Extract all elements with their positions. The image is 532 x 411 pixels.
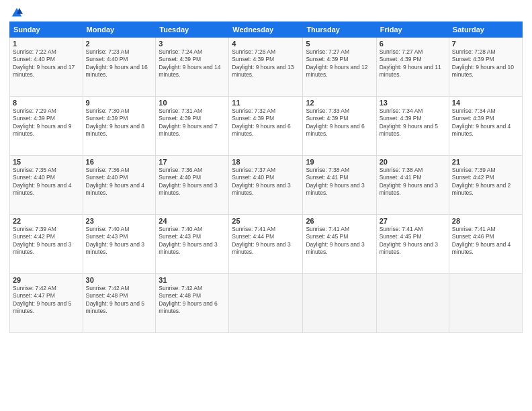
day-info: Sunrise: 7:27 AMSunset: 4:39 PMDaylight:… — [380, 48, 446, 79]
day-number: 7 — [452, 40, 519, 48]
calendar-cell: 10Sunrise: 7:31 AMSunset: 4:39 PMDayligh… — [156, 97, 229, 156]
day-info: Sunrise: 7:36 AMSunset: 4:40 PMDaylight:… — [86, 167, 153, 197]
day-info: Sunrise: 7:38 AMSunset: 4:41 PMDaylight:… — [380, 167, 446, 197]
calendar-cell: 1Sunrise: 7:22 AMSunset: 4:40 PMDaylight… — [10, 38, 83, 97]
day-number: 11 — [232, 99, 300, 107]
day-header-monday: Monday — [83, 22, 156, 38]
day-number: 14 — [452, 99, 519, 107]
day-info: Sunrise: 7:41 AMSunset: 4:45 PMDaylight:… — [380, 226, 446, 257]
day-number: 13 — [380, 99, 446, 107]
day-number: 21 — [452, 158, 519, 166]
day-info: Sunrise: 7:28 AMSunset: 4:39 PMDaylight:… — [452, 48, 519, 79]
calendar-cell: 5Sunrise: 7:27 AMSunset: 4:39 PMDaylight… — [303, 38, 376, 97]
calendar-cell: 7Sunrise: 7:28 AMSunset: 4:39 PMDaylight… — [449, 38, 522, 97]
day-number: 2 — [86, 40, 153, 48]
calendar-cell: 24Sunrise: 7:40 AMSunset: 4:43 PMDayligh… — [156, 215, 229, 274]
day-info: Sunrise: 7:42 AMSunset: 4:48 PMDaylight:… — [86, 285, 153, 316]
day-header-sunday: Sunday — [10, 22, 83, 38]
day-info: Sunrise: 7:35 AMSunset: 4:40 PMDaylight:… — [13, 167, 80, 197]
day-info: Sunrise: 7:31 AMSunset: 4:39 PMDaylight:… — [159, 107, 226, 138]
calendar-cell: 6Sunrise: 7:27 AMSunset: 4:39 PMDaylight… — [376, 38, 449, 97]
calendar-cell: 28Sunrise: 7:41 AMSunset: 4:46 PMDayligh… — [449, 215, 522, 274]
calendar-week-4: 22Sunrise: 7:39 AMSunset: 4:42 PMDayligh… — [10, 215, 523, 274]
calendar-week-5: 29Sunrise: 7:42 AMSunset: 4:47 PMDayligh… — [10, 274, 523, 333]
day-number: 24 — [159, 217, 226, 225]
day-info: Sunrise: 7:41 AMSunset: 4:45 PMDaylight:… — [306, 226, 373, 257]
day-info: Sunrise: 7:32 AMSunset: 4:39 PMDaylight:… — [232, 107, 300, 138]
day-number: 6 — [380, 40, 446, 48]
calendar-cell: 17Sunrise: 7:36 AMSunset: 4:40 PMDayligh… — [156, 156, 229, 215]
calendar-cell: 20Sunrise: 7:38 AMSunset: 4:41 PMDayligh… — [376, 156, 449, 215]
day-info: Sunrise: 7:36 AMSunset: 4:40 PMDaylight:… — [159, 167, 226, 197]
day-header-friday: Friday — [376, 22, 449, 38]
calendar-header-row: SundayMondayTuesdayWednesdayThursdayFrid… — [10, 22, 523, 38]
day-number: 5 — [306, 40, 373, 48]
day-number: 10 — [159, 99, 226, 107]
day-number: 30 — [86, 276, 153, 284]
day-info: Sunrise: 7:41 AMSunset: 4:44 PMDaylight:… — [232, 226, 300, 257]
day-number: 28 — [452, 217, 519, 225]
day-header-saturday: Saturday — [449, 22, 522, 38]
day-number: 25 — [232, 217, 300, 225]
day-number: 19 — [306, 158, 373, 166]
calendar-week-1: 1Sunrise: 7:22 AMSunset: 4:40 PMDaylight… — [10, 38, 523, 97]
day-info: Sunrise: 7:37 AMSunset: 4:40 PMDaylight:… — [232, 167, 300, 197]
calendar-cell: 13Sunrise: 7:34 AMSunset: 4:39 PMDayligh… — [376, 97, 449, 156]
calendar-cell: 31Sunrise: 7:42 AMSunset: 4:48 PMDayligh… — [156, 274, 229, 333]
calendar-cell: 21Sunrise: 7:39 AMSunset: 4:42 PMDayligh… — [449, 156, 522, 215]
calendar-cell: 30Sunrise: 7:42 AMSunset: 4:48 PMDayligh… — [83, 274, 156, 333]
day-info: Sunrise: 7:38 AMSunset: 4:41 PMDaylight:… — [306, 167, 373, 197]
day-info: Sunrise: 7:30 AMSunset: 4:39 PMDaylight:… — [86, 107, 153, 138]
logo — [9, 7, 23, 16]
day-info: Sunrise: 7:26 AMSunset: 4:39 PMDaylight:… — [232, 48, 300, 79]
day-info: Sunrise: 7:41 AMSunset: 4:46 PMDaylight:… — [452, 226, 519, 257]
calendar-cell — [376, 274, 449, 333]
calendar-cell: 12Sunrise: 7:33 AMSunset: 4:39 PMDayligh… — [303, 97, 376, 156]
page-container: SundayMondayTuesdayWednesdayThursdayFrid… — [0, 0, 532, 411]
day-info: Sunrise: 7:34 AMSunset: 4:39 PMDaylight:… — [452, 107, 519, 138]
day-info: Sunrise: 7:40 AMSunset: 4:43 PMDaylight:… — [159, 226, 226, 257]
calendar-cell: 18Sunrise: 7:37 AMSunset: 4:40 PMDayligh… — [229, 156, 303, 215]
day-info: Sunrise: 7:29 AMSunset: 4:39 PMDaylight:… — [13, 107, 80, 138]
header — [9, 7, 523, 16]
day-number: 27 — [380, 217, 446, 225]
day-number: 17 — [159, 158, 226, 166]
calendar-cell: 2Sunrise: 7:23 AMSunset: 4:40 PMDaylight… — [83, 38, 156, 97]
day-header-tuesday: Tuesday — [156, 22, 229, 38]
day-number: 22 — [13, 217, 80, 225]
calendar-cell: 15Sunrise: 7:35 AMSunset: 4:40 PMDayligh… — [10, 156, 83, 215]
day-header-wednesday: Wednesday — [229, 22, 303, 38]
day-number: 8 — [13, 99, 80, 107]
calendar-cell: 25Sunrise: 7:41 AMSunset: 4:44 PMDayligh… — [229, 215, 303, 274]
day-number: 9 — [86, 99, 153, 107]
day-number: 26 — [306, 217, 373, 225]
day-info: Sunrise: 7:39 AMSunset: 4:42 PMDaylight:… — [452, 167, 519, 197]
calendar-cell: 26Sunrise: 7:41 AMSunset: 4:45 PMDayligh… — [303, 215, 376, 274]
day-number: 20 — [380, 158, 446, 166]
day-number: 4 — [232, 40, 300, 48]
day-info: Sunrise: 7:23 AMSunset: 4:40 PMDaylight:… — [86, 48, 153, 79]
day-number: 15 — [13, 158, 80, 166]
calendar-cell: 27Sunrise: 7:41 AMSunset: 4:45 PMDayligh… — [376, 215, 449, 274]
calendar-table: SundayMondayTuesdayWednesdayThursdayFrid… — [9, 21, 523, 333]
calendar-cell: 19Sunrise: 7:38 AMSunset: 4:41 PMDayligh… — [303, 156, 376, 215]
day-info: Sunrise: 7:42 AMSunset: 4:48 PMDaylight:… — [159, 285, 226, 316]
calendar-week-3: 15Sunrise: 7:35 AMSunset: 4:40 PMDayligh… — [10, 156, 523, 215]
calendar-cell: 9Sunrise: 7:30 AMSunset: 4:39 PMDaylight… — [83, 97, 156, 156]
day-info: Sunrise: 7:27 AMSunset: 4:39 PMDaylight:… — [306, 48, 373, 79]
calendar-cell — [449, 274, 522, 333]
day-number: 3 — [159, 40, 226, 48]
calendar-cell: 14Sunrise: 7:34 AMSunset: 4:39 PMDayligh… — [449, 97, 522, 156]
calendar-cell: 4Sunrise: 7:26 AMSunset: 4:39 PMDaylight… — [229, 38, 303, 97]
day-number: 29 — [13, 276, 80, 284]
day-info: Sunrise: 7:33 AMSunset: 4:39 PMDaylight:… — [306, 107, 373, 138]
day-info: Sunrise: 7:39 AMSunset: 4:42 PMDaylight:… — [13, 226, 80, 257]
calendar-cell: 23Sunrise: 7:40 AMSunset: 4:43 PMDayligh… — [83, 215, 156, 274]
calendar-cell: 22Sunrise: 7:39 AMSunset: 4:42 PMDayligh… — [10, 215, 83, 274]
day-number: 23 — [86, 217, 153, 225]
day-info: Sunrise: 7:22 AMSunset: 4:40 PMDaylight:… — [13, 48, 80, 79]
day-info: Sunrise: 7:34 AMSunset: 4:39 PMDaylight:… — [380, 107, 446, 138]
calendar-cell — [229, 274, 303, 333]
calendar-cell: 29Sunrise: 7:42 AMSunset: 4:47 PMDayligh… — [10, 274, 83, 333]
calendar-cell — [303, 274, 376, 333]
